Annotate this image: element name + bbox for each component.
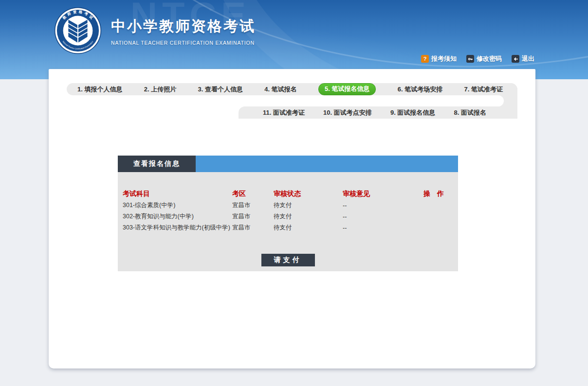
table-row: 301-综合素质(中学) 宜昌市 待支付 -- bbox=[123, 200, 458, 211]
logout-icon bbox=[512, 55, 519, 63]
step-6-written-exam-room[interactable]: 6. 笔试考场安排 bbox=[398, 85, 442, 94]
subject-cell: 303-语文学科知识与教学能力(初级中学) bbox=[123, 224, 232, 232]
step-8-interview-register[interactable]: 8. 面试报名 bbox=[454, 108, 486, 117]
step-7-written-exam-ticket[interactable]: 7. 笔试准考证 bbox=[464, 85, 503, 94]
area-cell: 宜昌市 bbox=[232, 201, 274, 210]
panel-body: 考试科目 考区 审核状态 审核意见 操 作 301-综合素质(中学) 宜昌市 待… bbox=[118, 172, 458, 271]
table-header-row: 考试科目 考区 审核状态 审核意见 操 作 bbox=[123, 188, 458, 200]
opinion-cell: -- bbox=[343, 213, 423, 220]
change-password-link[interactable]: 修改密码 bbox=[466, 54, 502, 63]
question-icon: ? bbox=[421, 55, 429, 63]
nav-notch bbox=[67, 95, 504, 106]
status-cell: 待支付 bbox=[274, 201, 343, 210]
nav-row-2: 11. 面试准考证 10. 面试考点安排 9. 面试报名信息 8. 面试报名 bbox=[239, 106, 517, 119]
content-card: 1. 填报个人信息 2. 上传照片 3. 查看个人信息 4. 笔试报名 5. 笔… bbox=[49, 69, 535, 368]
logout-link[interactable]: 退出 bbox=[512, 54, 534, 63]
step-5-written-exam-info-active[interactable]: 5. 笔试报名信息 bbox=[318, 83, 376, 95]
view-registration-tab[interactable]: 查看报名信息 bbox=[118, 156, 196, 172]
col-header-opinion: 审核意见 bbox=[343, 190, 423, 198]
ntce-logo-icon: 教 师 资 格 考 试 National Teacher Certificati… bbox=[54, 7, 102, 54]
status-cell: 待支付 bbox=[274, 224, 343, 232]
change-password-label: 修改密码 bbox=[477, 54, 502, 63]
subject-cell: 301-综合素质(中学) bbox=[123, 201, 232, 210]
step-10-interview-site[interactable]: 10. 面试考点安排 bbox=[323, 108, 372, 117]
site-title: 中小学教师资格考试 bbox=[111, 17, 256, 36]
step-2-upload-photo[interactable]: 2. 上传照片 bbox=[144, 85, 176, 94]
pay-button[interactable]: 请支付 bbox=[261, 254, 315, 266]
step-navigation: 1. 填报个人信息 2. 上传照片 3. 查看个人信息 4. 笔试报名 5. 笔… bbox=[67, 83, 517, 119]
status-cell: 待支付 bbox=[274, 212, 343, 221]
col-header-action: 操 作 bbox=[423, 190, 453, 198]
step-1-fill-personal-info[interactable]: 1. 填报个人信息 bbox=[77, 85, 122, 94]
subject-cell: 302-教育知识与能力(中学) bbox=[123, 212, 232, 221]
area-cell: 宜昌市 bbox=[232, 212, 274, 221]
step-11-interview-ticket[interactable]: 11. 面试准考证 bbox=[263, 108, 305, 117]
opinion-cell: -- bbox=[343, 202, 423, 209]
nav-row-1: 1. 填报个人信息 2. 上传照片 3. 查看个人信息 4. 笔试报名 5. 笔… bbox=[67, 83, 517, 95]
notice-link-label: 报考须知 bbox=[431, 54, 457, 63]
registration-info-panel: 查看报名信息 考试科目 考区 审核状态 审核意见 操 作 301-综合素质(中学… bbox=[118, 156, 458, 271]
step-4-written-exam-register[interactable]: 4. 笔试报名 bbox=[264, 85, 296, 94]
notice-link[interactable]: ? 报考须知 bbox=[421, 54, 457, 63]
panel-header-bar: 查看报名信息 bbox=[118, 156, 458, 172]
table-row: 303-语文学科知识与教学能力(初级中学) 宜昌市 待支付 -- bbox=[123, 222, 458, 233]
logout-label: 退出 bbox=[522, 54, 534, 63]
col-header-area: 考区 bbox=[232, 190, 274, 198]
header-links: ? 报考须知 修改密码 bbox=[421, 54, 534, 63]
step-3-view-personal-info[interactable]: 3. 查看个人信息 bbox=[198, 85, 243, 94]
key-icon bbox=[466, 55, 474, 63]
table-row: 302-教育知识与能力(中学) 宜昌市 待支付 -- bbox=[123, 211, 458, 222]
area-cell: 宜昌市 bbox=[232, 224, 274, 232]
opinion-cell: -- bbox=[343, 225, 423, 231]
page-header: NTCE 教 师 资 格 考 试 National Teacher Certif… bbox=[0, 0, 588, 79]
site-title-block: 中小学教师资格考试 NATIONAL TEACHER CERTIFICATION… bbox=[111, 17, 256, 46]
site-subtitle: NATIONAL TEACHER CERTIFICATION EXAMINATI… bbox=[111, 40, 256, 46]
step-9-interview-info[interactable]: 9. 面试报名信息 bbox=[390, 108, 435, 117]
col-header-subject: 考试科目 bbox=[123, 190, 232, 198]
col-header-status: 审核状态 bbox=[274, 190, 343, 198]
